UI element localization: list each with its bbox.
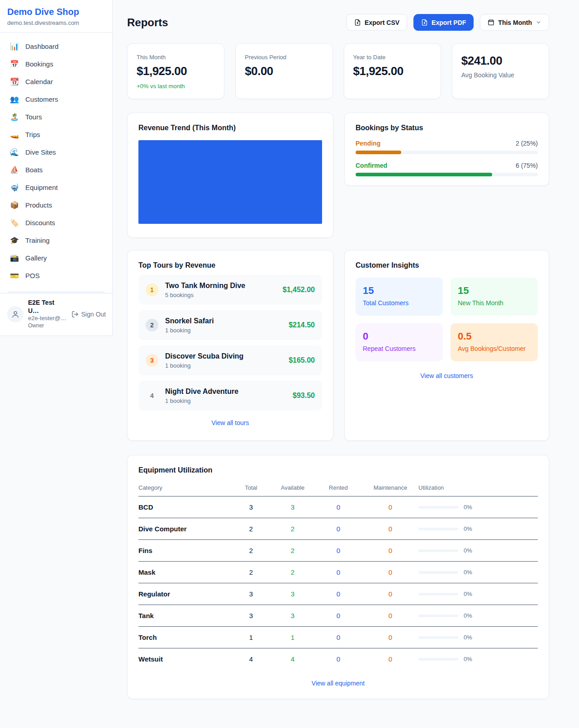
status-value-confirmed: 6 (75%) [516,162,538,169]
cell-maintenance: 0 [362,583,418,605]
cell-maintenance: 0 [362,627,418,648]
cell-category: Regulator [138,583,231,605]
utilization-cell: 0% [418,547,538,554]
cell-category: Fins [138,540,231,562]
utilization-percent: 0% [464,634,472,641]
sidebar-item-pos[interactable]: 💳 POS [4,267,109,284]
tour-row: 4 Night Dive Adventure 1 booking $93.50 [138,381,322,411]
utilization-bar [418,615,458,617]
tour-revenue: $1,452.00 [283,286,315,294]
training-icon: 🎓 [10,237,19,244]
view-all-customers-link[interactable]: View all customers [356,372,538,379]
tile-total-customers: 15 Total Customers [356,278,443,316]
revenue-trend-card: Revenue Trend (This Month) [127,113,333,238]
stat-value: $1,925.00 [353,64,432,78]
customer-insights-card: Customer Insights 15 Total Customers 15 … [344,250,549,441]
cell-total: 3 [231,605,271,627]
cell-maintenance: 0 [362,540,418,562]
sidebar-item-products[interactable]: 📦 Products [4,197,109,213]
sidebar-item-gallery[interactable]: 📸 Gallery [4,250,109,266]
table-row: Tank 3 3 0 0 0% [138,605,538,627]
cell-total: 2 [231,518,271,540]
utilization-bar [418,506,458,509]
chevron-down-icon [536,19,541,25]
tour-row: 1 Two Tank Morning Dive 5 bookings $1,45… [138,275,322,305]
table-row: BCD 3 3 0 0 0% [138,496,538,518]
user-panel: E2E Test U… e2e-tester@… Owner Sign Out [0,293,112,336]
tour-name: Discover Scuba Diving [165,352,243,361]
sidebar-item-dashboard[interactable]: 📊 Dashboard [4,38,109,55]
cell-maintenance: 0 [362,562,418,583]
trips-icon: 🚤 [10,131,19,138]
column-header-maintenance: Maintenance [362,481,418,496]
tile-label: New This Month [458,299,531,307]
utilization-percent: 0% [464,591,472,597]
cell-category: Dive Computer [138,518,231,540]
sidebar-item-label: Equipment [25,184,58,191]
period-dropdown[interactable]: This Month [480,14,549,31]
cell-rented: 0 [314,518,362,540]
sidebar-item-bookings[interactable]: 📅 Bookings [4,56,109,72]
sidebar-item-label: Products [25,201,52,209]
mid-row: Top Tours by Revenue 1 Two Tank Morning … [127,250,549,441]
equipment-icon: 🤿 [10,184,19,191]
status-bar-track [356,173,538,176]
sidebar-item-boats[interactable]: ⛵ Boats [4,161,109,178]
column-header-available: Available [271,481,314,496]
table-row: Wetsuit 4 4 0 0 0% [138,648,538,670]
cell-available: 3 [271,605,314,627]
sidebar-item-label: Boats [25,166,43,174]
stat-delta: +0% vs last month [137,83,215,90]
status-row-pending: Pending 2 (25%) [356,140,538,154]
sidebar-item-tours[interactable]: 🏝️ Tours [4,109,109,125]
table-row: Fins 2 2 0 0 0% [138,540,538,562]
sidebar-item-trips[interactable]: 🚤 Trips [4,126,109,143]
utilization-bar [418,593,458,596]
sidebar-item-equipment[interactable]: 🤿 Equipment [4,179,109,196]
export-pdf-button[interactable]: Export PDF [413,14,474,31]
boats-icon: ⛵ [10,166,19,174]
calendar-icon [488,19,494,26]
column-header-category: Category [138,481,231,496]
utilization-cell: 0% [418,591,538,597]
cell-rented: 0 [314,496,362,518]
cell-total: 2 [231,540,271,562]
charts-row: Revenue Trend (This Month) Bookings by S… [127,113,549,238]
tour-bookings: 1 booking [165,362,243,369]
main-content: Reports Export CSV Export PDF This Month [113,0,579,717]
cell-maintenance: 0 [362,518,418,540]
view-all-tours-link[interactable]: View all tours [138,419,322,426]
user-email: e2e-tester@… [28,315,67,322]
file-download-icon [421,19,428,26]
sign-out-button[interactable]: Sign Out [71,311,106,318]
sidebar-item-training[interactable]: 🎓 Training [4,232,109,249]
sidebar-item-calendar[interactable]: 📆 Calendar [4,73,109,90]
sidebar-item-label: Dashboard [25,43,58,50]
bookings-by-status-card: Bookings by Status Pending 2 (25%) Confi… [344,113,549,186]
insight-tiles: 15 Total Customers 15 New This Month 0 R… [356,278,538,361]
column-header-utilization: Utilization [418,481,538,496]
status-value-pending: 2 (25%) [516,140,538,147]
utilization-cell: 0% [418,569,538,576]
tile-value: 15 [458,285,531,297]
tour-name: Night Dive Adventure [165,387,238,397]
user-name: E2E Test U… [28,299,67,315]
tour-revenue: $165.00 [289,356,315,364]
sidebar-item-discounts[interactable]: 🏷️ Discounts [4,214,109,231]
sidebar-item-dive-sites[interactable]: 🌊 Dive Sites [4,144,109,161]
utilization-bar [418,571,458,574]
bookings-icon: 📅 [10,61,19,68]
cell-available: 4 [271,648,314,670]
revenue-trend-title: Revenue Trend (This Month) [138,124,322,132]
sidebar-item-label: Trips [25,131,40,138]
column-header-rented: Rented [314,481,362,496]
export-csv-button[interactable]: Export CSV [346,14,407,31]
cell-rented: 0 [314,562,362,583]
sidebar-item-label: Dive Sites [25,148,56,156]
top-tours-card: Top Tours by Revenue 1 Two Tank Morning … [127,250,333,441]
cell-rented: 0 [314,627,362,648]
cell-rented: 0 [314,583,362,605]
view-all-equipment-link[interactable]: View all equipment [138,680,538,687]
utilization-cell: 0% [418,656,538,662]
sidebar-item-customers[interactable]: 👥 Customers [4,91,109,108]
